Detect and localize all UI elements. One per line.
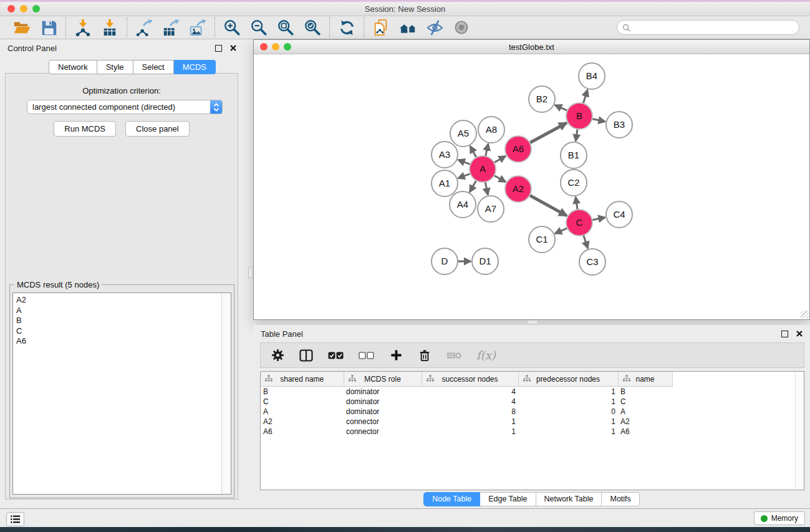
- home-button[interactable]: [398, 18, 417, 37]
- select-all-columns-button[interactable]: [328, 348, 344, 363]
- show-column-panel-button[interactable]: [299, 348, 313, 363]
- search-box[interactable]: [617, 20, 799, 35]
- table-row[interactable]: A6connector11A6: [261, 427, 804, 437]
- cell-MCDS-role[interactable]: dominator: [344, 387, 422, 397]
- network-canvas[interactable]: ABCA2A6A1A3A4A5A7A8B1B2B3B4C1C2C3C4DD1: [254, 54, 809, 319]
- zoom-in-button[interactable]: [223, 18, 241, 37]
- cell-predecessor-nodes[interactable]: 0: [518, 407, 618, 417]
- window-resize-grip[interactable]: [801, 311, 809, 319]
- cell-successor-nodes[interactable]: 1: [422, 417, 518, 427]
- table-settings-button[interactable]: [271, 348, 284, 363]
- search-input[interactable]: [634, 22, 794, 32]
- save-session-button[interactable]: [39, 18, 58, 37]
- mcds-result-item[interactable]: B: [16, 316, 228, 326]
- create-column-button[interactable]: [389, 348, 403, 363]
- tab-mcds[interactable]: MCDS: [174, 60, 216, 74]
- tab-edge-table[interactable]: Edge Table: [480, 492, 536, 506]
- cell-name[interactable]: B: [618, 387, 672, 397]
- cell-predecessor-nodes[interactable]: 1: [518, 387, 618, 397]
- table-row[interactable]: Adominator80A: [261, 407, 804, 417]
- zoom-fit-button[interactable]: [276, 18, 295, 37]
- cell-shared-name[interactable]: C: [261, 397, 344, 407]
- export-table-button[interactable]: [162, 18, 180, 37]
- save-floppy-icon: [41, 19, 57, 36]
- cell-MCDS-role[interactable]: dominator: [344, 397, 422, 407]
- close-panel-icon[interactable]: [796, 331, 803, 337]
- export-network-button[interactable]: [135, 18, 153, 37]
- show-hidden-button[interactable]: [452, 18, 471, 37]
- tab-node-table[interactable]: Node Table: [423, 492, 480, 506]
- cell-successor-nodes[interactable]: 8: [422, 407, 518, 417]
- horizontal-splitter-grip[interactable]: [527, 320, 538, 324]
- mcds-result-list[interactable]: A2ABCA6: [12, 293, 231, 495]
- table-scrollbar[interactable]: [795, 372, 804, 490]
- delete-table-button[interactable]: [446, 348, 461, 363]
- cell-successor-nodes[interactable]: 4: [422, 397, 518, 407]
- memory-button[interactable]: Memory: [754, 511, 805, 525]
- hide-selected-button[interactable]: [425, 18, 444, 37]
- cell-name[interactable]: A6: [618, 427, 672, 437]
- column-header-name[interactable]: name: [618, 372, 672, 387]
- tab-network-table[interactable]: Network Table: [536, 492, 602, 506]
- graph-node-label: A5: [458, 128, 469, 138]
- tab-select[interactable]: Select: [133, 60, 174, 74]
- zoom-selected-button[interactable]: [303, 18, 322, 37]
- export-image-button[interactable]: [188, 18, 207, 37]
- close-panel-icon[interactable]: [230, 45, 236, 51]
- float-panel-icon[interactable]: [781, 331, 788, 337]
- cell-shared-name[interactable]: B: [261, 387, 344, 397]
- table-row[interactable]: A2connector11A2: [261, 417, 804, 427]
- cell-name[interactable]: A: [618, 407, 672, 417]
- column-header-MCDS-role[interactable]: MCDS role: [344, 372, 422, 387]
- cell-shared-name[interactable]: A2: [261, 417, 344, 427]
- column-header-successor-nodes[interactable]: successor nodes: [422, 372, 518, 387]
- run-mcds-button[interactable]: Run MCDS: [54, 121, 116, 137]
- memory-label: Memory: [771, 514, 798, 523]
- zoom-in-icon: [223, 19, 241, 36]
- mcds-result-item[interactable]: C: [16, 326, 228, 337]
- table-row[interactable]: Bdominator41B: [261, 387, 804, 397]
- delete-column-button[interactable]: [418, 348, 432, 363]
- cell-name[interactable]: C: [618, 397, 672, 407]
- unselect-all-columns-button[interactable]: [359, 348, 374, 363]
- cell-predecessor-nodes[interactable]: 1: [518, 417, 618, 427]
- import-network-button[interactable]: [74, 18, 92, 37]
- new-network-from-selection-button[interactable]: [372, 18, 390, 37]
- task-history-button[interactable]: [6, 512, 24, 526]
- zoom-out-button[interactable]: [249, 18, 268, 37]
- cell-filler: [672, 387, 804, 397]
- cell-successor-nodes[interactable]: 1: [422, 427, 518, 437]
- graph-node-label: C1: [536, 234, 547, 244]
- cell-shared-name[interactable]: A: [261, 407, 344, 417]
- tab-style[interactable]: Style: [97, 60, 133, 74]
- cell-shared-name[interactable]: A6: [261, 427, 344, 437]
- mcds-panel: Optimization criterion: largest connecte…: [5, 73, 238, 500]
- cell-MCDS-role[interactable]: connector: [344, 417, 422, 427]
- column-header-predecessor-nodes[interactable]: predecessor nodes: [518, 372, 618, 387]
- tab-motifs[interactable]: Motifs: [602, 492, 639, 506]
- apply-layout-button[interactable]: [337, 18, 356, 37]
- cell-MCDS-role[interactable]: dominator: [344, 407, 422, 417]
- cell-MCDS-role[interactable]: connector: [344, 427, 422, 437]
- cell-predecessor-nodes[interactable]: 1: [518, 427, 618, 437]
- cell-successor-nodes[interactable]: 4: [422, 387, 518, 397]
- mcds-result-item[interactable]: A2: [16, 295, 228, 306]
- cell-predecessor-nodes[interactable]: 1: [518, 397, 618, 407]
- memory-status-dot: [761, 515, 768, 522]
- table-row[interactable]: Cdominator41C: [261, 397, 804, 407]
- window-title: Session: New Session: [0, 4, 810, 14]
- column-header-shared-name[interactable]: shared name: [261, 372, 344, 387]
- node-table[interactable]: shared nameMCDS rolesuccessor nodesprede…: [260, 371, 804, 490]
- vertical-splitter-grip[interactable]: [248, 267, 253, 278]
- function-builder-button[interactable]: f(x): [476, 348, 496, 363]
- cell-name[interactable]: A2: [618, 417, 672, 427]
- import-table-button[interactable]: [100, 18, 119, 37]
- open-file-button[interactable]: [12, 18, 31, 37]
- result-scrollbar[interactable]: [221, 293, 231, 494]
- criterion-select[interactable]: largest connected component (directed): [27, 100, 223, 114]
- mcds-result-item[interactable]: A6: [16, 336, 228, 347]
- float-panel-icon[interactable]: [215, 45, 222, 52]
- close-panel-button[interactable]: Close panel: [125, 121, 190, 137]
- mcds-result-item[interactable]: A: [16, 306, 228, 316]
- tab-network[interactable]: Network: [49, 60, 97, 74]
